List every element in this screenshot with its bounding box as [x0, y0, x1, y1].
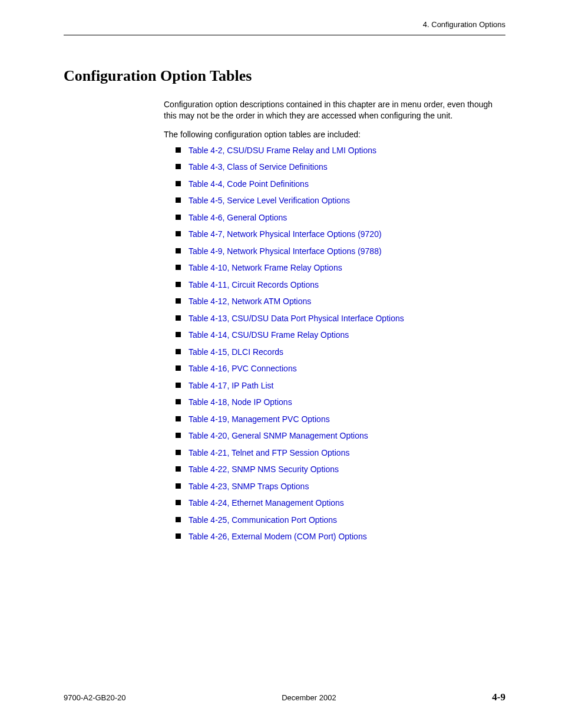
square-bullet-icon — [176, 315, 181, 321]
toc-item: Table 4-24, Ethernet Management Options — [176, 499, 505, 507]
toc-item: Table 4-13, CSU/DSU Data Port Physical I… — [176, 314, 505, 322]
toc-item: Table 4-9, Network Physical Interface Op… — [176, 247, 505, 255]
toc-link[interactable]: Table 4-26, External Modem (COM Port) Op… — [189, 532, 367, 541]
toc-item: Table 4-16, PVC Connections — [176, 364, 505, 373]
toc-item: Table 4-20, General SNMP Management Opti… — [176, 431, 505, 440]
square-bullet-icon — [176, 265, 181, 270]
toc-link[interactable]: Table 4-22, SNMP NMS Security Options — [189, 465, 339, 474]
toc-link[interactable]: Table 4-21, Telnet and FTP Session Optio… — [189, 448, 349, 457]
toc-link[interactable]: Table 4-20, General SNMP Management Opti… — [189, 431, 368, 440]
page-footer: 9700-A2-GB20-20 December 2002 4-9 — [64, 691, 505, 703]
toc-link[interactable]: Table 4-13, CSU/DSU Data Port Physical I… — [189, 314, 404, 323]
square-bullet-icon — [176, 231, 181, 236]
square-bullet-icon — [176, 416, 181, 421]
square-bullet-icon — [176, 365, 181, 371]
square-bullet-icon — [176, 483, 181, 489]
toc-link[interactable]: Table 4-6, General Options — [189, 213, 287, 222]
toc-item: Table 4-23, SNMP Traps Options — [176, 482, 505, 490]
square-bullet-icon — [176, 332, 181, 337]
square-bullet-icon — [176, 282, 181, 287]
square-bullet-icon — [176, 399, 181, 404]
section-lead: The following configuration option table… — [164, 130, 505, 139]
square-bullet-icon — [176, 215, 181, 220]
toc-item: Table 4-26, External Modem (COM Port) Op… — [176, 532, 505, 541]
running-header: 4. Configuration Options — [64, 20, 505, 32]
square-bullet-icon — [176, 383, 181, 388]
square-bullet-icon — [176, 466, 181, 472]
toc-link[interactable]: Table 4-17, IP Path List — [189, 381, 274, 390]
toc-item: Table 4-15, DLCI Records — [176, 348, 505, 356]
toc-item: Table 4-18, Node IP Options — [176, 398, 505, 406]
square-bullet-icon — [176, 517, 181, 522]
section-intro: Configuration option descriptions contai… — [164, 99, 505, 121]
section-title: Configuration Option Tables — [64, 67, 505, 85]
toc-item: Table 4-21, Telnet and FTP Session Optio… — [176, 449, 505, 457]
toc-link[interactable]: Table 4-7, Network Physical Interface Op… — [189, 229, 382, 239]
square-bullet-icon — [176, 248, 181, 253]
square-bullet-icon — [176, 349, 181, 354]
header-rule — [64, 35, 505, 35]
toc-list: Table 4-2, CSU/DSU Frame Relay and LMI O… — [176, 146, 505, 541]
toc-link[interactable]: Table 4-2, CSU/DSU Frame Relay and LMI O… — [189, 146, 376, 155]
toc-link[interactable]: Table 4-19, Management PVC Options — [189, 414, 330, 424]
toc-item: Table 4-3, Class of Service Definitions — [176, 163, 505, 171]
square-bullet-icon — [176, 164, 181, 169]
square-bullet-icon — [176, 500, 181, 505]
square-bullet-icon — [176, 147, 181, 153]
square-bullet-icon — [176, 298, 181, 304]
toc-item: Table 4-7, Network Physical Interface Op… — [176, 230, 505, 238]
toc-link[interactable]: Table 4-10, Network Frame Relay Options — [189, 263, 342, 272]
square-bullet-icon — [176, 533, 181, 539]
toc-item: Table 4-17, IP Path List — [176, 381, 505, 390]
toc-item: Table 4-4, Code Point Definitions — [176, 180, 505, 188]
toc-link[interactable]: Table 4-14, CSU/DSU Frame Relay Options — [189, 330, 349, 340]
square-bullet-icon — [176, 433, 181, 438]
square-bullet-icon — [176, 197, 181, 203]
toc-link[interactable]: Table 4-11, Circuit Records Options — [189, 280, 319, 289]
toc-link[interactable]: Table 4-12, Network ATM Options — [189, 297, 311, 306]
toc-item: Table 4-6, General Options — [176, 213, 505, 222]
toc-item: Table 4-19, Management PVC Options — [176, 415, 505, 423]
toc-item: Table 4-22, SNMP NMS Security Options — [176, 465, 505, 473]
footer-date: December 2002 — [282, 693, 336, 702]
toc-item: Table 4-14, CSU/DSU Frame Relay Options — [176, 331, 505, 339]
toc-link[interactable]: Table 4-23, SNMP Traps Options — [189, 482, 309, 491]
toc-link[interactable]: Table 4-24, Ethernet Management Options — [189, 498, 344, 508]
toc-item: Table 4-2, CSU/DSU Frame Relay and LMI O… — [176, 146, 505, 154]
footer-doc-number: 9700-A2-GB20-20 — [64, 693, 126, 702]
toc-link[interactable]: Table 4-4, Code Point Definitions — [189, 179, 309, 189]
toc-item: Table 4-12, Network ATM Options — [176, 297, 505, 305]
toc-link[interactable]: Table 4-25, Communication Port Options — [189, 515, 337, 525]
toc-link[interactable]: Table 4-9, Network Physical Interface Op… — [189, 246, 382, 256]
toc-link[interactable]: Table 4-5, Service Level Verification Op… — [189, 196, 350, 205]
toc-link[interactable]: Table 4-16, PVC Connections — [189, 364, 297, 373]
square-bullet-icon — [176, 450, 181, 455]
toc-item: Table 4-11, Circuit Records Options — [176, 281, 505, 289]
toc-item: Table 4-10, Network Frame Relay Options — [176, 263, 505, 272]
square-bullet-icon — [176, 181, 181, 186]
toc-link[interactable]: Table 4-18, Node IP Options — [189, 397, 292, 407]
toc-link[interactable]: Table 4-3, Class of Service Definitions — [189, 162, 328, 172]
toc-link[interactable]: Table 4-15, DLCI Records — [189, 347, 283, 357]
toc-item: Table 4-5, Service Level Verification Op… — [176, 196, 505, 205]
footer-page-number: 4-9 — [492, 691, 505, 703]
toc-item: Table 4-25, Communication Port Options — [176, 516, 505, 524]
